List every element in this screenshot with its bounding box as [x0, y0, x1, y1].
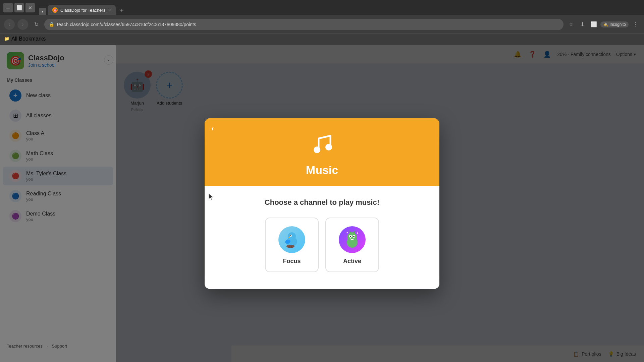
active-channel-icon: ✦ ✦ — [339, 226, 366, 253]
modal-header: ‹ Music — [205, 118, 439, 186]
svg-point-5 — [290, 235, 291, 236]
modal-subtitle: Choose a channel to play music! — [218, 198, 426, 207]
svg-text:✦: ✦ — [346, 231, 348, 234]
address-bar[interactable]: 🔒 teach.classdojo.com/#/classes/65974c81… — [44, 19, 564, 30]
channel-options: Focus — [218, 218, 426, 272]
modal-body: Choose a channel to play music! — [205, 186, 439, 289]
modal-overlay[interactable]: ‹ Music Choose a channel to play music! — [0, 45, 644, 362]
active-channel-name: Active — [343, 258, 361, 265]
incognito-badge: 🕵 Incognito — [600, 21, 629, 27]
active-tab[interactable]: 🎯 ClassDojo for Teachers ✕ — [48, 5, 116, 15]
tab-history-button[interactable]: ▾ — [39, 8, 46, 15]
new-tab-button[interactable]: + — [117, 6, 126, 15]
browser-menu-icon[interactable]: ⋮ — [631, 20, 640, 29]
focus-channel-card[interactable]: Focus — [265, 218, 319, 272]
security-lock-icon: 🔒 — [49, 22, 54, 27]
folder-icon: 📁 — [4, 36, 9, 41]
maximize-button[interactable]: ⬜ — [14, 3, 24, 12]
music-modal: ‹ Music Choose a channel to play music! — [205, 118, 439, 289]
tab-favicon: 🎯 — [52, 7, 58, 13]
url-text: teach.classdojo.com/#/classes/65974c810c… — [57, 22, 559, 27]
svg-point-8 — [286, 245, 294, 248]
svg-point-3 — [288, 232, 296, 240]
main-content: ‹ 🎯 ClassDojo Join a school My Classes +… — [0, 45, 644, 362]
browser-nav-icons: ☆ ⬇ ⬜ 🕵 Incognito ⋮ — [566, 20, 640, 29]
browser-window-controls: — ⬜ ✕ — [3, 3, 35, 12]
svg-point-15 — [350, 236, 351, 237]
forward-button[interactable]: › — [17, 19, 28, 30]
active-channel-card[interactable]: ✦ ✦ Active — [325, 218, 379, 272]
svg-point-16 — [353, 236, 355, 237]
svg-point-1 — [325, 144, 332, 150]
extensions-icon[interactable]: ⬜ — [589, 20, 598, 29]
browser-titlebar: — ⬜ ✕ ▾ 🎯 ClassDojo for Teachers ✕ + — [0, 0, 644, 15]
bookmark-icon[interactable]: ☆ — [566, 20, 576, 29]
browser-chrome: — ⬜ ✕ ▾ 🎯 ClassDojo for Teachers ✕ + ‹ ›… — [0, 0, 644, 45]
svg-point-12 — [347, 232, 357, 242]
svg-point-0 — [314, 146, 320, 153]
download-icon[interactable]: ⬇ — [578, 20, 587, 29]
browser-navbar: ‹ › ↻ 🔒 teach.classdojo.com/#/classes/65… — [0, 15, 644, 34]
close-button[interactable]: ✕ — [25, 3, 35, 12]
modal-back-button[interactable]: ‹ — [211, 124, 214, 133]
back-button[interactable]: ‹ — [4, 19, 15, 30]
bookmarks-label: All Bookmarks — [11, 36, 46, 42]
bookmarks-bar: 📁 All Bookmarks — [0, 34, 644, 44]
tab-title: ClassDojo for Teachers — [60, 8, 105, 13]
minimize-button[interactable]: — — [3, 3, 13, 12]
tab-close-button[interactable]: ✕ — [108, 8, 111, 12]
incognito-label: Incognito — [609, 22, 626, 27]
modal-title: Music — [306, 164, 338, 177]
focus-channel-name: Focus — [283, 258, 301, 265]
music-icon — [309, 129, 335, 160]
refresh-button[interactable]: ↻ — [31, 19, 42, 30]
focus-channel-icon — [278, 226, 305, 253]
svg-text:✦: ✦ — [356, 231, 359, 235]
